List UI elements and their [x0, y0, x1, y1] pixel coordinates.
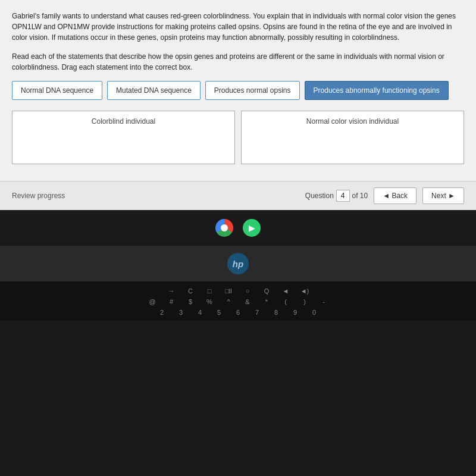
hp-logo: hp	[227, 253, 249, 274]
key-circle: ○	[240, 287, 255, 295]
next-button[interactable]: Next ►	[422, 187, 464, 204]
key-dash: -	[317, 298, 331, 305]
chip-normal-dna[interactable]: Normal DNA sequence	[12, 81, 102, 100]
dropzone-normal-vision[interactable]: Normal color vision individual	[241, 111, 464, 164]
key-star: *	[259, 298, 274, 305]
key-vol: ◄)	[298, 287, 312, 295]
question-number-box: 4	[336, 190, 350, 202]
key-0: 0	[307, 309, 321, 316]
passage-text: Gabriel's family wants to understand wha…	[12, 11, 464, 43]
key-q: Q	[259, 287, 274, 295]
key-9: 9	[288, 309, 302, 316]
chips-row: Normal DNA sequence Mutated DNA sequence…	[12, 81, 464, 100]
chip-abnormal-opsins[interactable]: Produces abnormally functioning opsins	[305, 81, 449, 100]
keyboard-row-2: @ # $ % ^ & * ( ) -	[18, 298, 458, 305]
question-indicator: Question 4 of 10	[305, 190, 368, 202]
key-dollar: $	[183, 298, 198, 305]
key-back: ◄	[278, 287, 293, 295]
chrome-icon[interactable]	[215, 219, 233, 237]
key-7: 7	[250, 309, 264, 316]
key-8: 8	[269, 309, 283, 316]
instruction-text: Read each of the statements that describ…	[12, 51, 464, 73]
review-progress-link[interactable]: Review progress	[12, 192, 65, 200]
dropzone-colorblind[interactable]: Colorblind individual	[12, 111, 235, 164]
play-icon[interactable]: ▶	[243, 219, 261, 237]
key-5: 5	[212, 309, 226, 316]
key-hash: #	[164, 298, 178, 305]
hp-logo-area: hp	[0, 246, 476, 281]
back-button[interactable]: ◄ Back	[374, 187, 416, 204]
key-3: 3	[174, 309, 188, 316]
key-arrow: →	[164, 287, 178, 295]
key-amp: &	[240, 298, 255, 305]
key-6: 6	[231, 309, 245, 316]
key-percent: %	[202, 298, 217, 305]
key-lparen: (	[278, 298, 293, 305]
key-square-ll: □ll	[221, 287, 236, 295]
taskbar-area: ▶	[0, 210, 476, 246]
dropzones-row: Colorblind individual Normal color visio…	[12, 111, 464, 164]
dropzone-normal-label: Normal color vision individual	[250, 117, 455, 126]
key-2: 2	[155, 309, 169, 316]
key-square: □	[202, 287, 217, 295]
of-label: of 10	[352, 192, 368, 200]
keyboard-area: → C □ □ll ○ Q ◄ ◄) @ # $ % ^ & * ( ) - 2…	[0, 281, 476, 321]
keyboard-row-3: 2 3 4 5 6 7 8 9 0	[18, 309, 458, 316]
keyboard-row-1: → C □ □ll ○ Q ◄ ◄)	[18, 287, 458, 295]
main-content-area: Gabriel's family wants to understand wha…	[0, 0, 476, 181]
dropzone-colorblind-label: Colorblind individual	[21, 117, 226, 126]
navigation-bar: Review progress Question 4 of 10 ◄ Back …	[0, 181, 476, 210]
key-4: 4	[193, 309, 207, 316]
key-at: @	[145, 298, 159, 305]
chip-mutated-dna[interactable]: Mutated DNA sequence	[107, 81, 201, 100]
question-label: Question	[305, 192, 334, 200]
key-rparen: )	[298, 298, 312, 305]
chip-normal-opsins[interactable]: Produces normal opsins	[205, 81, 300, 100]
instruction-content: Read each of the statements that describ…	[12, 52, 444, 71]
key-c: C	[183, 287, 198, 295]
passage-content: Gabriel's family wants to understand wha…	[12, 12, 456, 42]
key-caret: ^	[221, 298, 236, 305]
